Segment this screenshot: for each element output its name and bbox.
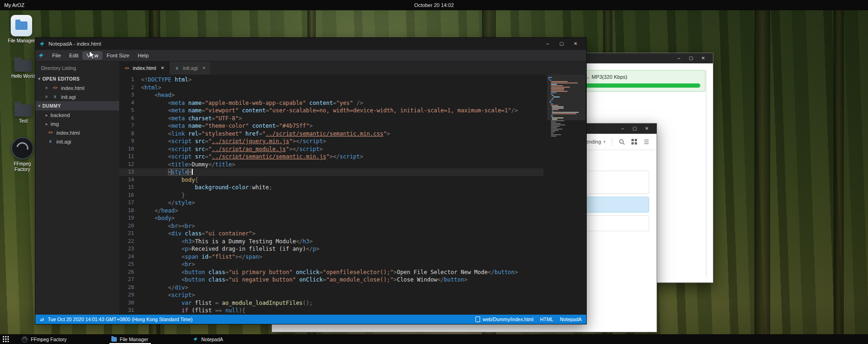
tab-index-html[interactable]: <>index.html✕	[119, 62, 170, 75]
line-number: 16	[119, 192, 141, 200]
code-line[interactable]: 28 </div>	[119, 284, 543, 292]
code-editor[interactable]: 1<!DOCTYPE html>2<html>3 <head>4 <meta n…	[119, 75, 586, 315]
statusbar-file[interactable]: web/Dummy/index.html	[475, 316, 534, 322]
line-number: 6	[119, 115, 141, 123]
code-text: <meta name="viewport" content="user-scal…	[141, 107, 518, 115]
file-icon: ≡	[52, 95, 58, 99]
code-line[interactable]: 3 <head>	[119, 91, 543, 99]
code-line[interactable]: 19 <body>	[119, 214, 543, 222]
wallpaper-tree	[754, 10, 770, 334]
minimap[interactable]	[547, 75, 585, 315]
code-line[interactable]: 5 <meta name="viewport" content="user-sc…	[119, 107, 543, 115]
code-line[interactable]: 1<!DOCTYPE html>	[119, 76, 543, 84]
file-icon: ≡	[174, 66, 180, 70]
aroz-menu-button[interactable]: My ArOZ	[0, 2, 24, 8]
code-line[interactable]: 22 <h3>This is a Dummy Testing Module</h…	[119, 238, 543, 246]
sidebar-item-backend[interactable]: ▸backend	[35, 110, 119, 119]
code-line[interactable]: 31 if (flist == null){	[119, 307, 543, 315]
maximize-button[interactable]: ▢	[555, 38, 569, 50]
line-number: 8	[119, 130, 141, 138]
sidebar-item-init-agi[interactable]: ✕≡init.agi	[35, 92, 119, 101]
line-number: 14	[119, 176, 141, 184]
code-line[interactable]: 2<html>	[119, 84, 543, 92]
menu-file[interactable]: File	[48, 51, 65, 60]
taskbar-item-ffmpeg-factory[interactable]: FFmpeg Factory	[21, 334, 67, 344]
taskbar-item-notepada[interactable]: NotepadA	[193, 334, 223, 344]
minimize-button[interactable]: –	[617, 124, 629, 134]
code-line[interactable]: 23 <p>Received drag-in filelist (if any)…	[119, 245, 543, 253]
notepada-window[interactable]: NotepadA - index.html – ▢ ✕ FileEditView…	[35, 37, 587, 324]
code-line[interactable]: 12 <title>Dummy</title>	[119, 161, 543, 169]
sidebar-section-dummy[interactable]: ▾DUMMY	[35, 101, 119, 110]
minimize-button[interactable]: –	[673, 53, 685, 63]
code-line[interactable]: 13 <style>	[119, 168, 543, 176]
system-topbar: My ArOZ October 20 14:02	[0, 0, 868, 10]
sidebar-item-index-html[interactable]: <>index.html	[35, 128, 119, 137]
code-line[interactable]: 10 <script src="../script/ao_module.js">…	[119, 145, 543, 153]
code-line[interactable]: 9 <script src="../script/jquery.min.js">…	[119, 138, 543, 145]
code-line[interactable]: 8 <link rel="stylesheet" href="../script…	[119, 130, 543, 138]
folder-icon	[14, 60, 32, 72]
menu-font-size[interactable]: Font Size	[102, 51, 134, 60]
code-line[interactable]: 25 <br>	[119, 261, 543, 268]
sidebar-item-img[interactable]: ▸img	[35, 119, 119, 128]
code-text: <button class="ui negative button" onCli…	[141, 276, 468, 284]
chevron-down-icon: ▾	[38, 103, 41, 108]
grid-view-icon[interactable]	[631, 139, 637, 144]
code-line[interactable]: 30 var flist = ao_module_loadInputFiles(…	[119, 299, 543, 307]
code-line[interactable]: 16 }	[119, 192, 543, 200]
code-line[interactable]: 4 <meta name="apple-mobile-web-app-capab…	[119, 99, 543, 107]
desktop-icon-file-manager[interactable]: File Manager	[4, 15, 39, 44]
section-label: OPEN EDITORS	[42, 76, 80, 82]
line-number: 15	[119, 184, 141, 192]
code-line[interactable]: 27 <button class="ui negative button" on…	[119, 276, 543, 284]
notepada-logo-icon	[39, 41, 45, 47]
maximize-button[interactable]: ▢	[685, 53, 697, 63]
code-line[interactable]: 18 </head>	[119, 207, 543, 215]
sidebar-item-index-html[interactable]: ✕<>index.html	[35, 83, 119, 92]
close-icon[interactable]: ✕	[45, 86, 49, 90]
list-view-icon[interactable]: ☰	[644, 138, 649, 145]
menu-edit[interactable]: Edit	[65, 51, 83, 60]
tab-label: init.agi	[183, 65, 198, 71]
code-line[interactable]: 7 <meta name="theme-color" content="#4b7…	[119, 122, 543, 130]
code-line[interactable]: 14 body{	[119, 176, 543, 184]
minimize-button[interactable]: –	[541, 38, 555, 50]
code-line[interactable]: 20 <br><br>	[119, 222, 543, 230]
close-button[interactable]: ✕	[697, 53, 709, 63]
code-line[interactable]: 11 <script src="../script/semantic/seman…	[119, 153, 543, 161]
statusbar-language[interactable]: HTML	[540, 316, 554, 322]
code-text: <span id="flist"></span>	[141, 253, 262, 261]
maximize-button[interactable]: ▢	[629, 124, 641, 134]
code-text: <!DOCTYPE html>	[141, 76, 191, 84]
close-button[interactable]: ✕	[569, 38, 583, 50]
app-launcher-icon[interactable]	[2, 336, 9, 343]
code-line[interactable]: 6 <meta charset="UTF-8">	[119, 115, 543, 123]
close-icon[interactable]: ✕	[161, 66, 164, 70]
close-button[interactable]: ✕	[641, 124, 653, 134]
code-line[interactable]: 29 <script>	[119, 291, 543, 299]
line-number: 13	[119, 168, 141, 176]
code-line[interactable]: 15 background-color:white;	[119, 184, 543, 192]
close-icon[interactable]: ✕	[45, 95, 49, 99]
notepada-sidebar: Directory Listing ▾OPEN EDITORS✕<>index.…	[35, 62, 119, 315]
code-line[interactable]: 24 <span id="flist"></span>	[119, 253, 543, 261]
taskbar-item-file-manager[interactable]: File Manager	[111, 334, 148, 344]
tab-init-agi[interactable]: ≡init.agi✕	[170, 62, 211, 75]
scrollbar[interactable]	[706, 69, 706, 277]
code-line[interactable]: 21 <div class="ui container">	[119, 230, 543, 238]
sync-icon[interactable]: ⇄	[40, 317, 44, 322]
close-icon[interactable]: ✕	[202, 66, 206, 70]
line-number: 11	[119, 153, 141, 161]
line-number: 26	[119, 268, 141, 276]
notepada-titlebar[interactable]: NotepadA - index.html – ▢ ✕	[35, 38, 586, 50]
toolbar-divider	[612, 138, 612, 146]
menu-help[interactable]: Help	[134, 51, 153, 60]
sidebar-item-init-agi[interactable]: ≡init.agi	[35, 137, 119, 146]
code-line[interactable]: 26 <button class="ui primary button" onc…	[119, 268, 543, 276]
code-line[interactable]: 17 </style>	[119, 199, 543, 207]
file-manager-icon	[111, 337, 117, 342]
search-icon[interactable]	[619, 139, 625, 145]
sidebar-section-open-editors[interactable]: ▾OPEN EDITORS	[35, 74, 119, 83]
line-number: 23	[119, 245, 141, 253]
